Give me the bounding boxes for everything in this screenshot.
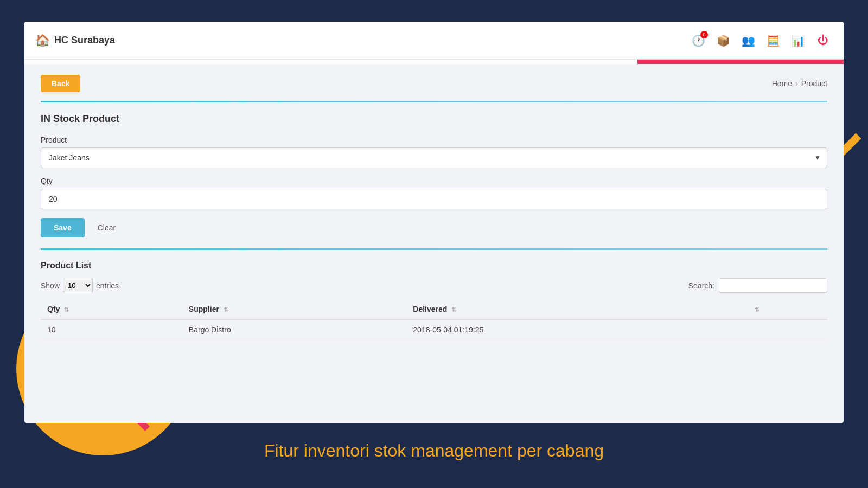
entries-select[interactable]: 10 25 50 xyxy=(63,279,93,292)
breadcrumb-row: Back Home › Product xyxy=(41,75,827,92)
show-label: Show xyxy=(41,281,60,290)
dashboard-nav-icon[interactable]: 🕐 0 xyxy=(688,31,708,50)
supplier-column-header[interactable]: Supplier ⇅ xyxy=(182,299,406,319)
show-entries-control: Show 10 25 50 entries xyxy=(41,279,119,292)
product-form-group: Product Jaket Jeans ▼ xyxy=(41,136,827,168)
search-input[interactable] xyxy=(719,278,827,293)
group-nav-icon[interactable]: 👥 xyxy=(738,31,758,50)
breadcrumb-current: Product xyxy=(801,79,827,88)
top-nav: 🏠 HC Surabaya 🕐 0 📦 👥 🧮 📊 ⏻ xyxy=(24,22,844,60)
breadcrumb-separator: › xyxy=(795,79,798,88)
content-area: Back Home › Product IN Stock Product Pro… xyxy=(24,64,844,351)
red-bar-container xyxy=(24,60,844,64)
table-body: 10 Bargo Distro 2018-05-04 01:19:25 xyxy=(41,319,827,340)
search-area: Search: xyxy=(688,278,827,293)
in-stock-form-section: IN Stock Product Product Jaket Jeans ▼ Q… xyxy=(41,113,827,237)
table-controls: Show 10 25 50 entries Search: xyxy=(41,278,827,293)
middle-divider xyxy=(41,248,827,250)
product-list-section: Product List Show 10 25 50 entries Searc… xyxy=(41,261,827,340)
nav-icons: 🕐 0 📦 👥 🧮 📊 ⏻ xyxy=(688,31,833,50)
product-select-wrapper: Jaket Jeans ▼ xyxy=(41,147,827,168)
qty-sort-icon: ⇅ xyxy=(64,306,69,313)
bottom-tagline: Fitur inventori stok management per caba… xyxy=(0,441,868,461)
box-nav-icon[interactable]: 📦 xyxy=(713,31,733,50)
table-row: 10 Bargo Distro 2018-05-04 01:19:25 xyxy=(41,319,827,340)
qty-form-group: Qty xyxy=(41,177,827,209)
product-table: Qty ⇅ Supplier ⇅ Delivered ⇅ ⇅ xyxy=(41,299,827,340)
row-delivered: 2018-05-04 01:19:25 xyxy=(406,319,745,340)
form-btn-row: Save Clear xyxy=(41,218,827,237)
entries-label: entries xyxy=(96,281,119,290)
action-column-header[interactable]: ⇅ xyxy=(746,299,827,319)
save-button[interactable]: Save xyxy=(41,218,85,237)
table-header-row: Qty ⇅ Supplier ⇅ Delivered ⇅ ⇅ xyxy=(41,299,827,319)
row-qty: 10 xyxy=(41,319,182,340)
back-button[interactable]: Back xyxy=(41,75,80,92)
form-section-title: IN Stock Product xyxy=(41,113,827,125)
supplier-sort-icon: ⇅ xyxy=(224,306,228,313)
product-select[interactable]: Jaket Jeans xyxy=(41,147,827,168)
delivered-column-header[interactable]: Delivered ⇅ xyxy=(406,299,745,319)
breadcrumb: Home › Product xyxy=(772,79,827,88)
row-action xyxy=(746,319,827,340)
clear-button[interactable]: Clear xyxy=(90,218,123,237)
red-bar xyxy=(637,60,844,64)
logo-area: 🏠 HC Surabaya xyxy=(35,34,115,48)
table-nav-icon[interactable]: 📊 xyxy=(788,31,808,50)
breadcrumb-home[interactable]: Home xyxy=(772,79,792,88)
product-list-title: Product List xyxy=(41,261,827,271)
logo-icon: 🏠 xyxy=(35,34,50,48)
delivered-sort-icon: ⇅ xyxy=(451,306,456,313)
logo-text: HC Surabaya xyxy=(54,35,115,46)
calc-nav-icon[interactable]: 🧮 xyxy=(763,31,783,50)
row-supplier: Bargo Distro xyxy=(182,319,406,340)
power-nav-icon[interactable]: ⏻ xyxy=(813,31,833,50)
qty-label: Qty xyxy=(41,177,827,185)
search-label: Search: xyxy=(688,281,714,290)
qty-column-header[interactable]: Qty ⇅ xyxy=(41,299,182,319)
top-divider xyxy=(41,101,827,102)
action-sort-icon: ⇅ xyxy=(755,306,760,313)
dashboard-badge: 0 xyxy=(700,31,708,38)
product-label: Product xyxy=(41,136,827,144)
qty-input[interactable] xyxy=(41,189,827,209)
app-window: 🏠 HC Surabaya 🕐 0 📦 👥 🧮 📊 ⏻ Back Home › xyxy=(24,22,844,423)
